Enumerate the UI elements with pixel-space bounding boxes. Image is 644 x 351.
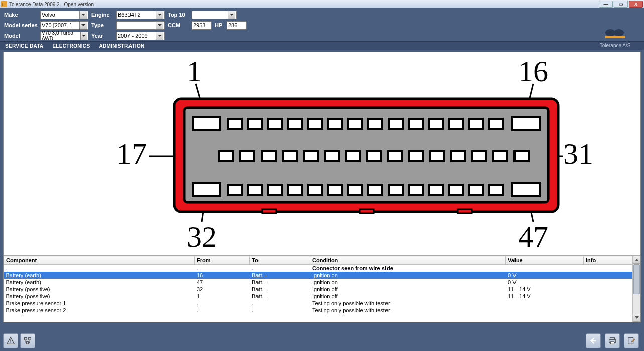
svg-rect-22: [308, 119, 322, 129]
type-select[interactable]: [116, 21, 165, 30]
connector-diagram: 1 16 17 31 32 47: [4, 52, 640, 255]
table-cell: Ignition off: [310, 286, 506, 293]
minimize-button[interactable]: —: [599, 1, 613, 8]
pin-label-31: 31: [563, 137, 593, 170]
menu-service-data[interactable]: SERVICE DATA: [5, 43, 43, 49]
svg-rect-43: [451, 151, 465, 161]
svg-rect-61: [469, 185, 483, 195]
content-panel: 1 16 17 31 32 47: [3, 52, 641, 322]
scroll-thumb[interactable]: [633, 264, 640, 294]
table-row[interactable]: Battery (possitive)32Batt. -Ignition off…: [4, 286, 640, 293]
col-value[interactable]: Value: [506, 256, 584, 265]
col-info[interactable]: Info: [584, 256, 640, 265]
top10-label: Top 10: [168, 12, 192, 18]
svg-rect-27: [409, 119, 423, 129]
table-cell: Battery (earth): [4, 279, 195, 286]
top10-select[interactable]: [192, 11, 237, 19]
table-cell: [584, 272, 640, 279]
pinout-table: Component From To Condition Value Info .…: [4, 255, 640, 322]
window-title: Tolerance Data 2009.2 - Open version: [9, 2, 94, 7]
table-row[interactable]: Brake pressure sensor 2..Testing only po…: [4, 307, 640, 314]
maximize-button[interactable]: ▭: [614, 1, 628, 8]
table-cell: .: [195, 300, 250, 307]
chevron-down-icon: [156, 22, 163, 29]
model-series-label: Model series: [4, 22, 40, 28]
table-cell: .: [250, 300, 310, 307]
pin-label-47: 47: [518, 220, 548, 253]
chevron-down-icon: [79, 11, 87, 19]
table-row[interactable]: Battery (possitive)1Batt. -Ignition off1…: [4, 293, 640, 300]
app-icon: t: [1, 1, 7, 7]
col-from[interactable]: From: [195, 256, 250, 265]
table-cell: [584, 293, 640, 300]
table-cell: Batt. -: [250, 279, 310, 286]
year-select[interactable]: 2007 - 2009: [116, 32, 165, 40]
svg-rect-19: [248, 119, 262, 129]
col-component[interactable]: Component: [4, 256, 195, 265]
table-cell: 0 V: [506, 279, 584, 286]
svg-point-64: [10, 342, 11, 343]
ccm-input[interactable]: 2953: [192, 21, 212, 30]
chevron-down-icon: [156, 11, 163, 19]
col-condition[interactable]: Condition: [310, 256, 506, 265]
svg-rect-49: [228, 185, 242, 195]
hp-label: HP: [215, 22, 227, 28]
diagram-button[interactable]: [20, 333, 35, 348]
table-cell: .: [4, 265, 195, 272]
svg-rect-18: [228, 119, 242, 129]
scroll-down-icon[interactable]: [633, 314, 640, 322]
brand-logo: Tolerance A/S: [591, 7, 639, 48]
svg-rect-33: [240, 151, 254, 161]
table-cell: 11 - 14 V: [506, 286, 584, 293]
svg-rect-38: [346, 151, 360, 161]
svg-rect-44: [472, 151, 486, 161]
titlebar: t Tolerance Data 2009.2 - Open version —…: [0, 0, 644, 8]
svg-rect-39: [367, 151, 381, 161]
svg-rect-54: [328, 185, 342, 195]
menu-administration[interactable]: ADMINISTRATION: [99, 43, 144, 49]
chevron-down-icon: [79, 22, 87, 29]
svg-rect-29: [449, 119, 463, 129]
table-cell: .: [195, 265, 250, 272]
svg-rect-41: [409, 151, 423, 161]
table-row[interactable]: Battery (earth)47Batt. -Ignition on0 V: [4, 279, 640, 286]
back-button[interactable]: [586, 333, 601, 348]
svg-rect-23: [328, 119, 342, 129]
svg-rect-51: [268, 185, 282, 195]
model-label: Model: [4, 33, 40, 39]
make-label: Make: [4, 12, 40, 18]
edit-button[interactable]: [624, 333, 639, 348]
svg-rect-52: [288, 185, 302, 195]
svg-rect-58: [409, 185, 423, 195]
table-cell: Battery (possitive): [4, 293, 195, 300]
engine-select[interactable]: B6304T2: [116, 11, 165, 19]
year-label: Year: [91, 33, 116, 39]
svg-rect-4: [605, 36, 625, 38]
table-cell: .: [250, 265, 310, 272]
table-cell: 0 V: [506, 272, 584, 279]
model-series-select[interactable]: V70 [2007 -]: [40, 21, 88, 30]
table-cell: [584, 265, 640, 272]
svg-rect-60: [449, 185, 463, 195]
hp-input[interactable]: 286: [227, 21, 247, 30]
svg-rect-59: [429, 185, 443, 195]
col-to[interactable]: To: [250, 256, 310, 265]
svg-rect-34: [262, 151, 276, 161]
svg-rect-48: [512, 183, 540, 196]
table-cell: [506, 300, 584, 307]
table-row[interactable]: Battery (earth)16Batt. -Ignition on0 V: [4, 272, 640, 279]
menu-electronics[interactable]: ELECTRONICS: [52, 43, 90, 49]
table-scrollbar[interactable]: [632, 256, 640, 322]
type-label: Type: [91, 22, 116, 28]
table-row[interactable]: Brake pressure sensor 1..Testing only po…: [4, 300, 640, 307]
scroll-up-icon[interactable]: [633, 256, 640, 264]
close-button[interactable]: X: [629, 1, 643, 8]
make-select[interactable]: Volvo: [40, 11, 88, 19]
svg-rect-45: [493, 151, 507, 161]
model-select[interactable]: V70 3,0 Turbo AWD: [40, 32, 88, 40]
svg-rect-28: [429, 119, 443, 129]
bottombar: [0, 331, 644, 351]
warning-button[interactable]: [3, 333, 18, 348]
svg-rect-65: [25, 338, 27, 340]
print-button[interactable]: [605, 333, 620, 348]
